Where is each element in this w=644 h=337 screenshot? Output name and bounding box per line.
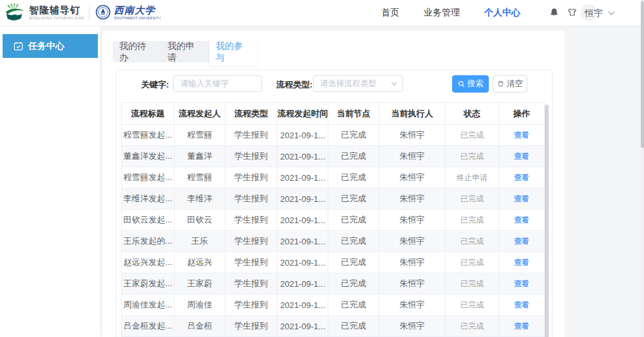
view-link[interactable]: 查看 [514,131,529,140]
filter-table-panel: 关键字: 流程类型: 请选择流程类型 搜索 清空 [116,69,553,337]
cell-status: 已完成 [446,188,499,210]
table-row: 吕金桓发起...吕金桓学生报到2021-09-1...已完成朱恒宇已完成查看 [122,316,545,337]
cell-executor: 朱恒宇 [379,316,446,337]
cell-initiator: 赵远兴 [175,252,225,273]
cell-time: 2021-09-1... [278,231,328,252]
view-link[interactable]: 查看 [514,300,529,309]
table-row: 王家蔚发起...王家蔚学生报到2021-09-1...已完成朱恒宇已完成查看 [122,273,545,295]
cell-node: 已完成 [328,252,379,273]
cell-status: 终止申请 [446,167,499,188]
view-link[interactable]: 查看 [514,322,529,331]
main-nav: 首页业务管理个人中心 [381,0,520,26]
view-link[interactable]: 查看 [514,237,529,246]
page-scrollbar-thumb[interactable] [641,1,644,148]
keyword-label: 关键字: [141,79,169,91]
sidebar-item-task-center[interactable]: 任务中心 [3,34,98,58]
brand-logo-icon [5,3,25,21]
cell-executor: 朱恒宇 [379,231,446,252]
app-screen: 智隆辅导钉 WISELOONG TUTORING DING 西南大学 SOUTH… [0,0,644,337]
cell-initiator: 周渝佳 [175,295,225,316]
view-link[interactable]: 查看 [514,152,529,161]
cell-initiator: 吕金桓 [175,316,225,337]
cell-time: 2021-09-1... [278,167,328,188]
bell-icon[interactable] [549,8,559,17]
view-link[interactable]: 查看 [514,173,529,182]
cell-title: 赵远兴发起... [122,252,175,273]
cell-action: 查看 [499,210,545,231]
nav-item-1[interactable]: 业务管理 [424,7,460,19]
cell-title: 程雪丽发起... [122,167,175,188]
cell-time: 2021-09-1... [278,316,328,337]
process-type-select[interactable]: 请选择流程类型 [313,75,403,92]
cell-action: 查看 [499,188,545,210]
tab-1[interactable]: 我的申请 [161,41,209,62]
column-header: 流程类型 [225,103,278,125]
cell-action: 查看 [499,231,545,252]
cell-status: 已完成 [446,125,499,146]
sidebar: 任务中心 [0,26,100,337]
table-row: 李维洋发起...李维洋学生报到2021-09-1...已完成朱恒宇已完成查看 [122,188,545,210]
cell-time: 2021-09-1... [278,252,328,273]
table-header-row: 流程标题流程发起人流程类型流程发起时间当前节点当前执行人状态操作 [122,103,545,125]
cell-action: 查看 [499,167,545,188]
cell-executor: 朱恒宇 [379,167,446,188]
view-link[interactable]: 查看 [514,215,529,224]
keyword-input[interactable] [173,75,262,92]
column-header: 流程标题 [122,103,175,125]
shirt-icon[interactable] [567,8,577,17]
cell-type: 学生报到 [225,125,278,146]
chevron-down-icon[interactable] [609,9,615,15]
brand-logo: 智隆辅导钉 WISELOONG TUTORING DING [5,3,84,21]
process-type-label: 流程类型: [276,79,312,91]
main-panel: 我的待办我的申请我的参与 关键字: 流程类型: 请选择流程类型 搜索 [102,31,565,337]
cell-type: 学生报到 [225,188,278,210]
brand-subtitle: WISELOONG TUTORING DING [29,16,84,20]
page-scrollbar[interactable] [641,0,644,337]
cell-title: 田钦云发起... [122,210,175,231]
cell-node: 已完成 [328,188,379,210]
cell-initiator: 程雪丽 [175,167,225,188]
tab-label: 我的申请 [161,38,209,66]
cell-time: 2021-09-1... [278,295,328,316]
column-header: 状态 [446,103,499,125]
tab-0[interactable]: 我的待办 [113,41,161,62]
table-row: 田钦云发起...田钦云学生报到2021-09-1...已完成朱恒宇已完成查看 [122,210,545,231]
cell-node: 已完成 [328,125,379,146]
cell-executor: 朱恒宇 [379,188,446,210]
nav-item-2[interactable]: 个人中心 [484,7,520,19]
cell-action: 查看 [499,146,545,167]
cell-initiator: 王乐 [175,231,225,252]
cell-time: 2021-09-1... [278,125,328,146]
table-scrollbar[interactable] [545,105,549,337]
nav-item-0[interactable]: 首页 [381,7,399,19]
process-table: 流程标题流程发起人流程类型流程发起时间当前节点当前执行人状态操作 程雪丽发起..… [121,102,545,337]
cell-node: 已完成 [328,316,379,337]
logo-divider [89,6,90,20]
cell-status: 已完成 [446,273,499,295]
cell-type: 学生报到 [225,146,278,167]
cell-executor: 朱恒宇 [379,146,446,167]
clear-button[interactable]: 清空 [493,75,527,93]
tab-bar: 我的待办我的申请我的参与 [113,41,258,62]
cell-action: 查看 [499,273,545,295]
view-link[interactable]: 查看 [514,194,529,203]
view-link[interactable]: 查看 [514,258,529,267]
table-row: 程雪丽发起...程雪丽学生报到2021-09-1...已完成朱恒宇已完成查看 [122,125,545,146]
view-link[interactable]: 查看 [514,279,529,288]
table-row: 王乐发起的...王乐学生报到2021-09-1...已完成朱恒宇已完成查看 [122,231,545,252]
chevron-down-icon [391,82,397,86]
top-header: 智隆辅导钉 WISELOONG TUTORING DING 西南大学 SOUTH… [0,0,644,26]
cell-status: 已完成 [446,316,499,337]
search-button[interactable]: 搜索 [452,75,489,93]
university-title: 西南大学 [114,5,161,15]
username[interactable]: 恒宇 [585,8,603,19]
cell-type: 学生报到 [225,210,278,231]
university-emblem-icon [95,5,111,20]
cell-type: 学生报到 [225,167,278,188]
cell-node: 已完成 [328,231,379,252]
cell-initiator: 田钦云 [175,210,225,231]
cell-node: 已完成 [328,167,379,188]
cell-time: 2021-09-1... [278,210,328,231]
cell-title: 李维洋发起... [122,188,175,210]
tab-2[interactable]: 我的参与 [209,41,258,62]
